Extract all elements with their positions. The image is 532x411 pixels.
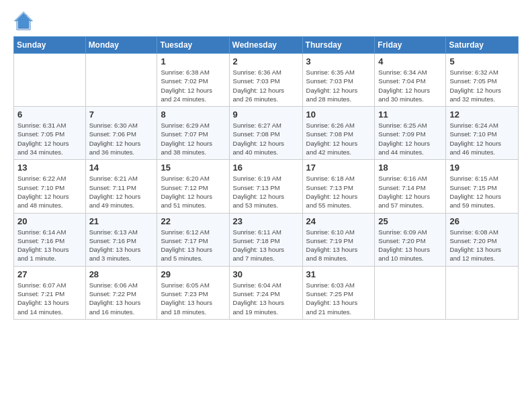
day-cell: 29Sunrise: 6:05 AM Sunset: 7:23 PM Dayli…: [157, 266, 229, 319]
day-number: 9: [233, 109, 299, 120]
day-cell: 4Sunrise: 6:34 AM Sunset: 7:04 PM Daylig…: [375, 54, 446, 107]
day-number: 4: [378, 56, 442, 66]
day-cell: 23Sunrise: 6:11 AM Sunset: 7:18 PM Dayli…: [229, 213, 302, 266]
day-cell: 13Sunrise: 6:22 AM Sunset: 7:10 PM Dayli…: [14, 160, 86, 213]
day-number: 2: [233, 56, 299, 66]
day-cell: [14, 54, 86, 107]
day-number: 18: [378, 163, 442, 173]
day-number: 15: [161, 163, 225, 173]
day-number: 1: [161, 56, 225, 66]
day-cell: 10Sunrise: 6:26 AM Sunset: 7:08 PM Dayli…: [302, 107, 375, 160]
week-row: 13Sunrise: 6:22 AM Sunset: 7:10 PM Dayli…: [14, 160, 519, 213]
day-cell: 11Sunrise: 6:25 AM Sunset: 7:09 PM Dayli…: [375, 107, 446, 160]
day-cell: 1Sunrise: 6:38 AM Sunset: 7:02 PM Daylig…: [157, 54, 229, 107]
day-number: 27: [17, 269, 82, 279]
day-info: Sunrise: 6:32 AM Sunset: 7:05 PM Dayligh…: [449, 68, 515, 103]
day-number: 19: [449, 163, 515, 173]
day-info: Sunrise: 6:06 AM Sunset: 7:22 PM Dayligh…: [89, 281, 154, 316]
day-cell: 3Sunrise: 6:35 AM Sunset: 7:03 PM Daylig…: [302, 54, 375, 107]
day-info: Sunrise: 6:05 AM Sunset: 7:23 PM Dayligh…: [161, 281, 225, 316]
day-number: 7: [89, 109, 154, 120]
day-info: Sunrise: 6:16 AM Sunset: 7:14 PM Dayligh…: [378, 174, 442, 210]
day-number: 30: [233, 269, 299, 279]
calendar: SundayMondayTuesdayWednesdayThursdayFrid…: [13, 36, 519, 320]
day-cell: 27Sunrise: 6:07 AM Sunset: 7:21 PM Dayli…: [14, 266, 86, 319]
day-cell: 31Sunrise: 6:03 AM Sunset: 7:25 PM Dayli…: [302, 266, 375, 319]
day-info: Sunrise: 6:15 AM Sunset: 7:15 PM Dayligh…: [449, 174, 515, 210]
day-header: Monday: [85, 37, 157, 54]
day-info: Sunrise: 6:24 AM Sunset: 7:10 PM Dayligh…: [449, 121, 515, 156]
week-row: 20Sunrise: 6:14 AM Sunset: 7:16 PM Dayli…: [14, 213, 519, 266]
logo-icon: [13, 11, 34, 31]
day-info: Sunrise: 6:38 AM Sunset: 7:02 PM Dayligh…: [161, 68, 225, 103]
day-info: Sunrise: 6:04 AM Sunset: 7:24 PM Dayligh…: [233, 281, 299, 316]
day-number: 23: [233, 216, 299, 226]
day-number: 12: [449, 109, 515, 120]
day-number: 26: [449, 216, 515, 226]
day-number: 21: [89, 216, 154, 226]
week-row: 27Sunrise: 6:07 AM Sunset: 7:21 PM Dayli…: [14, 266, 519, 319]
day-cell: 19Sunrise: 6:15 AM Sunset: 7:15 PM Dayli…: [446, 160, 519, 213]
day-cell: 7Sunrise: 6:30 AM Sunset: 7:06 PM Daylig…: [85, 107, 157, 160]
week-row: 6Sunrise: 6:31 AM Sunset: 7:05 PM Daylig…: [14, 107, 519, 160]
day-info: Sunrise: 6:21 AM Sunset: 7:11 PM Dayligh…: [89, 174, 154, 210]
day-info: Sunrise: 6:09 AM Sunset: 7:20 PM Dayligh…: [378, 228, 442, 263]
day-cell: 21Sunrise: 6:13 AM Sunset: 7:16 PM Dayli…: [85, 213, 157, 266]
day-info: Sunrise: 6:13 AM Sunset: 7:16 PM Dayligh…: [89, 228, 154, 263]
day-header: Thursday: [302, 37, 375, 54]
day-cell: [446, 266, 519, 319]
day-info: Sunrise: 6:18 AM Sunset: 7:13 PM Dayligh…: [306, 174, 371, 210]
day-info: Sunrise: 6:07 AM Sunset: 7:21 PM Dayligh…: [17, 281, 82, 316]
day-header: Sunday: [14, 37, 86, 54]
day-number: 17: [306, 163, 371, 173]
day-number: 20: [17, 216, 82, 226]
day-cell: 20Sunrise: 6:14 AM Sunset: 7:16 PM Dayli…: [14, 213, 86, 266]
day-cell: 6Sunrise: 6:31 AM Sunset: 7:05 PM Daylig…: [14, 107, 86, 160]
day-cell: 15Sunrise: 6:20 AM Sunset: 7:12 PM Dayli…: [157, 160, 229, 213]
day-number: 5: [449, 56, 515, 66]
day-cell: 28Sunrise: 6:06 AM Sunset: 7:22 PM Dayli…: [85, 266, 157, 319]
day-header: Friday: [375, 37, 446, 54]
day-info: Sunrise: 6:27 AM Sunset: 7:08 PM Dayligh…: [233, 121, 299, 156]
day-header: Wednesday: [229, 37, 302, 54]
day-cell: 25Sunrise: 6:09 AM Sunset: 7:20 PM Dayli…: [375, 213, 446, 266]
day-info: Sunrise: 6:11 AM Sunset: 7:18 PM Dayligh…: [233, 228, 299, 263]
day-cell: 26Sunrise: 6:08 AM Sunset: 7:20 PM Dayli…: [446, 213, 519, 266]
day-info: Sunrise: 6:19 AM Sunset: 7:13 PM Dayligh…: [233, 174, 299, 210]
day-info: Sunrise: 6:14 AM Sunset: 7:16 PM Dayligh…: [17, 228, 82, 263]
header-row: SundayMondayTuesdayWednesdayThursdayFrid…: [14, 37, 519, 54]
day-info: Sunrise: 6:08 AM Sunset: 7:20 PM Dayligh…: [449, 228, 515, 263]
day-cell: 2Sunrise: 6:36 AM Sunset: 7:03 PM Daylig…: [229, 54, 302, 107]
day-info: Sunrise: 6:26 AM Sunset: 7:08 PM Dayligh…: [306, 121, 371, 156]
day-info: Sunrise: 6:25 AM Sunset: 7:09 PM Dayligh…: [378, 121, 442, 156]
day-cell: 5Sunrise: 6:32 AM Sunset: 7:05 PM Daylig…: [446, 54, 519, 107]
day-number: 13: [17, 163, 82, 173]
day-number: 29: [161, 269, 225, 279]
day-info: Sunrise: 6:10 AM Sunset: 7:19 PM Dayligh…: [306, 228, 371, 263]
day-number: 28: [89, 269, 154, 279]
day-info: Sunrise: 6:12 AM Sunset: 7:17 PM Dayligh…: [161, 228, 225, 263]
day-number: 11: [378, 109, 442, 120]
day-info: Sunrise: 6:20 AM Sunset: 7:12 PM Dayligh…: [161, 174, 225, 210]
day-cell: [375, 266, 446, 319]
day-cell: [85, 54, 157, 107]
day-cell: 18Sunrise: 6:16 AM Sunset: 7:14 PM Dayli…: [375, 160, 446, 213]
day-cell: 24Sunrise: 6:10 AM Sunset: 7:19 PM Dayli…: [302, 213, 375, 266]
day-header: Tuesday: [157, 37, 229, 54]
day-info: Sunrise: 6:31 AM Sunset: 7:05 PM Dayligh…: [17, 121, 82, 156]
day-cell: 22Sunrise: 6:12 AM Sunset: 7:17 PM Dayli…: [157, 213, 229, 266]
day-number: 31: [306, 269, 371, 279]
day-number: 22: [161, 216, 225, 226]
day-number: 25: [378, 216, 442, 226]
day-header: Saturday: [446, 37, 519, 54]
day-cell: 9Sunrise: 6:27 AM Sunset: 7:08 PM Daylig…: [229, 107, 302, 160]
day-info: Sunrise: 6:35 AM Sunset: 7:03 PM Dayligh…: [306, 68, 371, 103]
day-info: Sunrise: 6:29 AM Sunset: 7:07 PM Dayligh…: [161, 121, 225, 156]
day-info: Sunrise: 6:36 AM Sunset: 7:03 PM Dayligh…: [233, 68, 299, 103]
day-cell: 16Sunrise: 6:19 AM Sunset: 7:13 PM Dayli…: [229, 160, 302, 213]
day-cell: 17Sunrise: 6:18 AM Sunset: 7:13 PM Dayli…: [302, 160, 375, 213]
logo: [13, 11, 36, 31]
day-number: 24: [306, 216, 371, 226]
day-number: 8: [161, 109, 225, 120]
week-row: 1Sunrise: 6:38 AM Sunset: 7:02 PM Daylig…: [14, 54, 519, 107]
